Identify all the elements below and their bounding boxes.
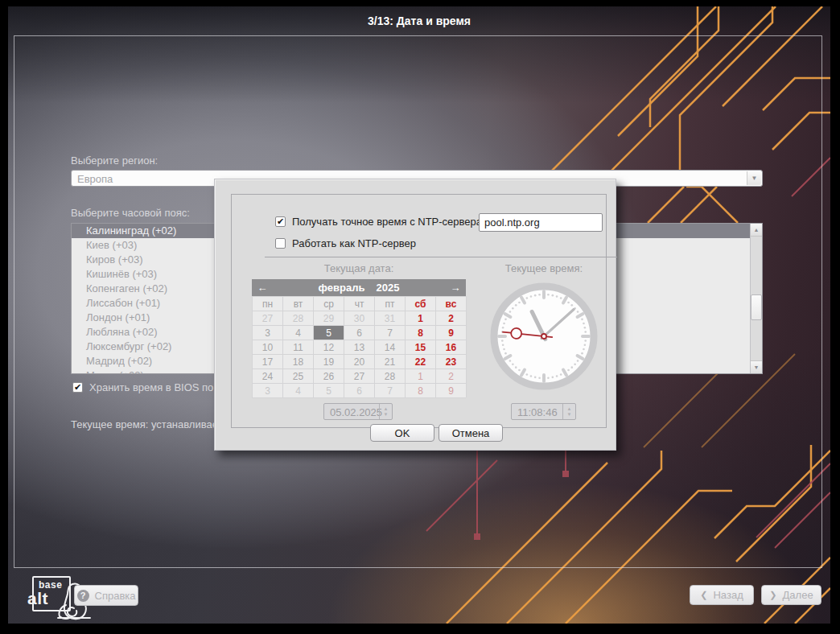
calendar-grid: пнвтсрчтптсбвс27282930311234567891011121… <box>252 296 466 398</box>
calendar-day[interactable]: 14 <box>375 340 406 354</box>
calendar-day[interactable]: 4 <box>283 325 314 340</box>
calendar-day[interactable]: 8 <box>406 383 436 397</box>
calendar-header: ← февраль 2025 → <box>252 279 466 296</box>
back-button[interactable]: ❮ Назад <box>690 585 754 605</box>
calendar-day[interactable]: 29 <box>314 311 344 325</box>
calendar-day[interactable]: 22 <box>406 354 436 368</box>
calendar-day[interactable]: 12 <box>314 340 344 354</box>
calendar-day[interactable]: 20 <box>344 354 375 368</box>
timezone-label: Выберите часовой пояс: <box>71 207 190 219</box>
basealt-logo-text-alt: alt <box>27 589 48 608</box>
scroll-up-icon: ▲ <box>754 227 760 233</box>
ntp-sync-checkbox[interactable]: ✔ <box>275 216 286 227</box>
back-arrow-icon: ❮ <box>700 590 707 600</box>
calendar-day[interactable]: 15 <box>406 340 436 354</box>
calendar-day[interactable]: 5 <box>314 383 344 397</box>
ntp-server-checkbox-label: Работать как NTP-сервер <box>292 237 416 249</box>
calendar-day[interactable]: 18 <box>283 354 314 368</box>
prev-month-button[interactable]: ← <box>252 279 273 296</box>
bios-utc-checkbox[interactable]: ✔ <box>72 382 83 393</box>
spinner-down-icon: ▼ <box>384 412 389 418</box>
date-spinner-buttons[interactable]: ▲▼ <box>379 404 392 419</box>
help-icon: ? <box>77 590 89 602</box>
spinner-down-icon: ▼ <box>567 412 572 418</box>
calendar-day[interactable]: 27 <box>253 311 283 325</box>
calendar-day-header: пт <box>375 296 406 311</box>
ntp-server-checkbox-row[interactable]: Работать как NTP-сервер <box>275 237 416 249</box>
calendar-day[interactable]: 13 <box>344 340 375 354</box>
calendar-day[interactable]: 9 <box>436 383 467 397</box>
calendar-day[interactable]: 7 <box>375 383 406 397</box>
arrow-right-icon: → <box>451 282 461 294</box>
calendar-day[interactable]: 10 <box>253 340 283 354</box>
calendar-day[interactable]: 3 <box>253 325 283 340</box>
back-button-label: Назад <box>713 589 743 601</box>
calendar-day-header: пн <box>253 296 283 311</box>
calendar-day[interactable]: 30 <box>344 311 375 325</box>
bios-utc-checkbox-row[interactable]: ✔ Хранить время в BIOS по Гр <box>72 381 227 393</box>
scroll-up-button[interactable]: ▲ <box>751 224 762 237</box>
calendar-day[interactable]: 27 <box>344 368 375 383</box>
datetime-dialog: ✔ Получать точное время с NTP-сервера: Р… <box>214 179 616 451</box>
datetime-dialog-group: ✔ Получать точное время с NTP-сервера: Р… <box>231 194 607 428</box>
calendar-day[interactable]: 23 <box>436 354 467 368</box>
ok-button[interactable]: OK <box>370 424 434 442</box>
scroll-down-button[interactable]: ▼ <box>751 360 762 373</box>
next-month-button[interactable]: → <box>445 279 466 296</box>
help-button-label: Справка <box>95 590 136 602</box>
calendar-year: 2025 <box>376 282 399 294</box>
calendar-day[interactable]: 4 <box>283 383 314 397</box>
help-button[interactable]: ? Справка <box>74 585 138 606</box>
timezone-scrollbar[interactable]: ▲ ▼ <box>750 224 762 373</box>
calendar-day[interactable]: 25 <box>283 368 314 383</box>
arrow-left-icon: ← <box>257 282 268 294</box>
calendar-day-header: чт <box>344 296 375 311</box>
calendar-month: февраль <box>319 282 365 294</box>
next-button[interactable]: ❯ Далее <box>761 585 821 605</box>
calendar-day[interactable]: 31 <box>375 311 406 325</box>
calendar-day[interactable]: 11 <box>283 340 314 354</box>
region-label: Выберите регион: <box>71 154 158 167</box>
calendar-day[interactable]: 17 <box>253 354 283 368</box>
calendar-day[interactable]: 2 <box>436 311 467 325</box>
next-button-label: Далее <box>783 589 813 601</box>
region-dropdown-button[interactable]: ▼ <box>747 171 761 185</box>
time-spinner-buttons[interactable]: ▲▼ <box>562 404 575 419</box>
ok-button-label: OK <box>395 427 410 439</box>
calendar-day-header: вт <box>283 296 314 311</box>
calendar-day[interactable]: 28 <box>375 368 406 383</box>
calendar-day[interactable]: 24 <box>253 368 283 383</box>
calendar-day[interactable]: 28 <box>283 311 314 325</box>
calendar-day[interactable]: 2 <box>436 368 467 383</box>
cancel-button[interactable]: Отмена <box>439 424 503 442</box>
ntp-server-input[interactable] <box>479 213 603 232</box>
screen-frame: 3/13: Дата и время Выберите регион: Евро… <box>0 0 840 634</box>
time-spinbox[interactable]: 11:08:46 ▲▼ <box>511 403 576 420</box>
calendar-day[interactable]: 1 <box>406 311 436 325</box>
calendar-day[interactable]: 6 <box>344 325 375 340</box>
calendar-day[interactable]: 7 <box>375 325 406 340</box>
check-icon: ✔ <box>277 216 284 226</box>
region-combobox-value: Европа <box>77 173 113 185</box>
calendar-day[interactable]: 3 <box>253 383 283 397</box>
calendar-day[interactable]: 8 <box>406 325 436 340</box>
calendar-day-selected[interactable]: 5 <box>314 325 344 340</box>
ntp-server-checkbox[interactable] <box>275 238 286 249</box>
calendar-day[interactable]: 9 <box>436 325 467 340</box>
next-arrow-icon: ❯ <box>769 590 776 600</box>
calendar-day[interactable]: 26 <box>314 368 344 383</box>
scrollbar-thumb[interactable] <box>751 294 762 320</box>
date-spinbox[interactable]: 05.02.2025 ▲▼ <box>323 403 393 420</box>
calendar-day[interactable]: 1 <box>406 368 436 383</box>
spinner-up-icon: ▲ <box>567 406 572 412</box>
check-icon: ✔ <box>74 382 81 392</box>
calendar-day[interactable]: 21 <box>375 354 406 368</box>
calendar-day[interactable]: 19 <box>314 354 344 368</box>
calendar-day[interactable]: 16 <box>436 340 467 354</box>
chevron-down-icon: ▼ <box>751 175 758 182</box>
spinner-up-icon: ▲ <box>384 406 389 412</box>
ntp-sync-checkbox-row[interactable]: ✔ Получать точное время с NTP-сервера: <box>275 216 485 228</box>
dialog-separator <box>265 257 617 257</box>
calendar-day[interactable]: 6 <box>344 383 375 397</box>
analog-clock <box>488 280 600 393</box>
